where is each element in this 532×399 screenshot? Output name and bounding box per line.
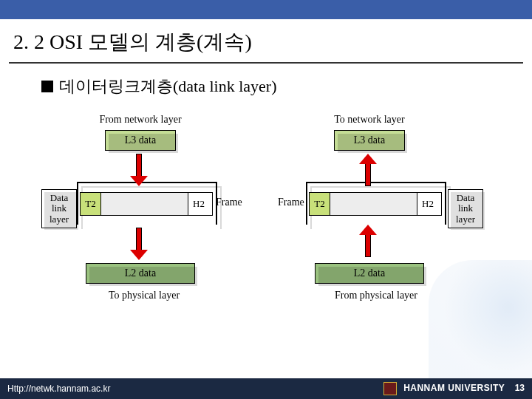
frame-row-right: T2 H2	[309, 192, 442, 216]
l3-data-box-left: L3 data	[105, 130, 176, 151]
footer-url: Http://netwk.hannam.ac.kr	[7, 383, 110, 394]
layer-diagram: From network layer L3 data Datalinklayer…	[44, 118, 510, 325]
page-number: 13	[515, 383, 525, 393]
arrow-up-2	[365, 233, 371, 257]
seg-t2-right: T2	[310, 193, 330, 215]
from-physical-label: From physical layer	[321, 290, 432, 301]
university-crest-icon	[383, 382, 397, 395]
university-name: HANNAM UNIVERSITY	[403, 383, 505, 393]
frame-caption-right: Frame	[278, 197, 304, 208]
l3-data-box-right: L3 data	[334, 130, 405, 151]
seg-t2-left: T2	[81, 193, 101, 215]
frame-row-left: T2 H2	[80, 192, 213, 216]
data-link-layer-label-left: Datalinklayer	[41, 189, 77, 228]
slide-title: 2. 2 OSI 모델의 계층(계속)	[0, 19, 532, 62]
title-underline	[9, 62, 523, 64]
footer-right: HANNAM UNIVERSITY 13	[383, 382, 525, 395]
slide-subtitle: 데이터링크계층(data link layer)	[0, 75, 532, 98]
title-bar	[0, 0, 532, 19]
subtitle-text: 데이터링크계층(data link layer)	[59, 75, 277, 98]
arrow-up-1	[365, 163, 371, 186]
seg-h2-right: H2	[417, 193, 438, 215]
left-panel: From network layer L3 data Datalinklayer…	[44, 118, 251, 310]
data-link-layer-label-right: Datalinklayer	[448, 189, 483, 228]
l2-data-box-left: L2 data	[86, 263, 195, 284]
footer-bar: Http://netwk.hannam.ac.kr HANNAM UNIVERS…	[0, 378, 532, 399]
arrow-down-2	[136, 228, 142, 251]
from-network-label: From network layer	[89, 114, 192, 126]
seg-payload-right	[330, 193, 417, 215]
bullet-icon	[41, 81, 53, 92]
seg-h2-left: H2	[188, 193, 209, 215]
l2-data-box-right: L2 data	[315, 263, 424, 284]
seg-payload-left	[101, 193, 188, 215]
to-physical-label: To physical layer	[96, 290, 192, 301]
arrow-down-1	[136, 154, 142, 177]
to-network-label: To network layer	[318, 114, 421, 126]
right-panel: To network layer L3 data Frame T2 H2 Dat…	[273, 118, 480, 310]
